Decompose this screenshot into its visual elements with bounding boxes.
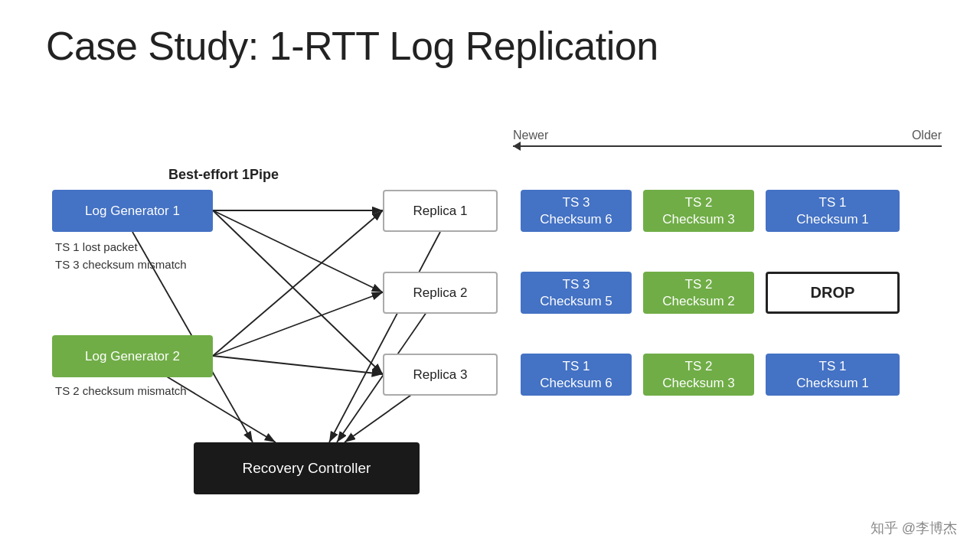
svg-line-5 bbox=[213, 356, 383, 374]
log-generator-2: Log Generator 2 bbox=[52, 335, 213, 377]
log-generator-1: Log Generator 1 bbox=[52, 190, 213, 232]
r2-ts2-line2: Checksum 2 bbox=[662, 294, 734, 309]
r1-ts3-line2: Checksum 6 bbox=[540, 212, 612, 227]
r3-ts2: TS 2 Checksum 3 bbox=[643, 354, 754, 396]
r1-ts2-line1: TS 2 bbox=[685, 195, 713, 210]
svg-line-2 bbox=[213, 210, 383, 374]
r3-ts1: TS 1 Checksum 6 bbox=[521, 354, 632, 396]
replica-1: Replica 1 bbox=[383, 190, 498, 232]
timeline-newer: Newer bbox=[513, 129, 548, 142]
best-effort-label: Best-effort 1Pipe bbox=[168, 167, 279, 183]
r3-ts2-line1: TS 2 bbox=[685, 359, 713, 374]
timeline-older: Older bbox=[912, 129, 942, 142]
r3-ts1b: TS 1 Checksum 1 bbox=[766, 354, 900, 396]
r2-drop: DROP bbox=[766, 272, 900, 314]
r2-ts3-line1: TS 3 bbox=[563, 277, 590, 292]
r2-ts2-line1: TS 2 bbox=[685, 277, 713, 292]
r1-ts3-line1: TS 3 bbox=[563, 195, 590, 210]
replica-2: Replica 2 bbox=[383, 272, 498, 314]
timeline-labels: Newer Older bbox=[513, 129, 942, 142]
r2-ts3: TS 3 Checksum 5 bbox=[521, 272, 632, 314]
page-title: Case Study: 1-RTT Log Replication bbox=[46, 23, 658, 69]
recovery-controller: Recovery Controller bbox=[194, 442, 420, 494]
r1-ts1-line2: Checksum 1 bbox=[796, 212, 868, 227]
r1-ts2-line2: Checksum 3 bbox=[662, 212, 734, 227]
annotation-2: TS 2 checksum mismatch bbox=[55, 383, 187, 400]
r3-ts1b-line1: TS 1 bbox=[819, 359, 847, 374]
timeline-arrow bbox=[513, 145, 942, 147]
watermark: 知乎 @李博杰 bbox=[871, 519, 957, 537]
r1-ts3: TS 3 Checksum 6 bbox=[521, 190, 632, 232]
r3-ts2-line2: Checksum 3 bbox=[662, 376, 734, 391]
r1-ts1: TS 1 Checksum 1 bbox=[766, 190, 900, 232]
timeline: Newer Older bbox=[513, 129, 942, 147]
svg-line-4 bbox=[213, 292, 383, 356]
replica-3: Replica 3 bbox=[383, 354, 498, 396]
svg-line-1 bbox=[213, 210, 383, 292]
r3-ts1b-line2: Checksum 1 bbox=[796, 376, 868, 391]
r3-ts1-line2: Checksum 6 bbox=[540, 376, 612, 391]
svg-line-3 bbox=[213, 210, 383, 356]
r3-ts1-line1: TS 1 bbox=[563, 359, 590, 374]
r2-ts3-line2: Checksum 5 bbox=[540, 294, 612, 309]
r2-ts2: TS 2 Checksum 2 bbox=[643, 272, 754, 314]
annotation-1: TS 1 lost packetTS 3 checksum mismatch bbox=[55, 239, 187, 273]
r1-ts1-line1: TS 1 bbox=[819, 195, 847, 210]
svg-line-8 bbox=[329, 232, 440, 442]
r1-ts2: TS 2 Checksum 3 bbox=[643, 190, 754, 232]
